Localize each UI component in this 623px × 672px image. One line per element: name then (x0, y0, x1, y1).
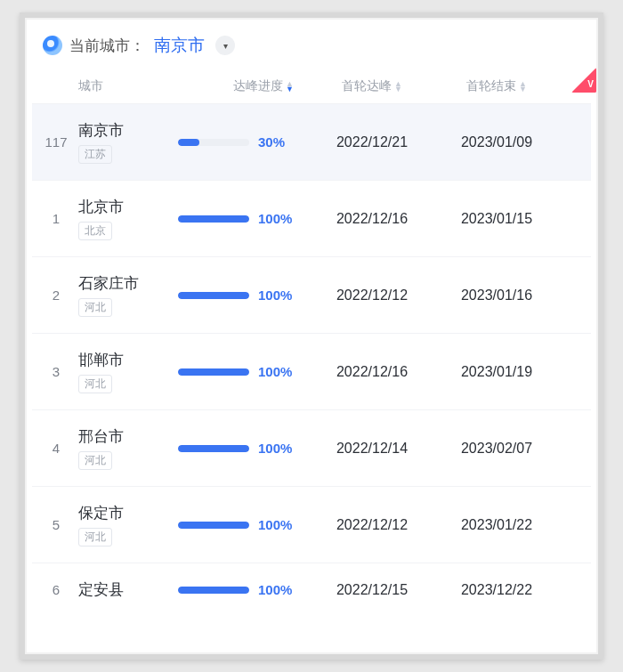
progress-bar (178, 292, 249, 299)
rank-cell: 6 (37, 582, 75, 597)
city-name: 北京市 (78, 197, 169, 217)
current-city-label: 当前城市： (69, 36, 145, 56)
end-date-cell: 2023/01/16 (434, 287, 559, 304)
progress-cell: 100% (169, 517, 310, 532)
end-date-cell: 2023/01/19 (434, 364, 559, 380)
sort-icon (519, 81, 527, 92)
city-name: 保定市 (78, 503, 169, 523)
province-tag: 河北 (78, 298, 112, 317)
province-tag: 江苏 (78, 145, 112, 164)
progress-bar-fill (178, 215, 249, 223)
table-row[interactable]: 2石家庄市河北100%2022/12/122023/01/16 (32, 256, 591, 333)
end-date-cell: 2023/12/22 (434, 582, 559, 598)
column-header-end[interactable]: 首轮结束 (434, 78, 559, 94)
peak-date-cell: 2022/12/21 (310, 134, 434, 150)
city-selector-header: 当前城市： 南京市 ▾ (32, 34, 591, 69)
city-name: 定安县 (78, 579, 169, 600)
rank-cell: 2 (37, 287, 75, 303)
progress-cell: 100% (169, 211, 310, 226)
table-row[interactable]: 117南京市江苏30%2022/12/212023/01/09 (32, 103, 591, 180)
table-row[interactable]: 6定安县100%2022/12/152023/12/22 (32, 563, 591, 616)
table-row[interactable]: 5保定市河北100%2022/12/122023/01/22 (32, 486, 591, 563)
city-cell: 邢台市河北 (75, 426, 169, 470)
table-row[interactable]: 4邢台市河北100%2022/12/142023/02/07 (32, 409, 591, 486)
progress-cell: 100% (169, 582, 310, 597)
app-logo-icon (43, 36, 62, 55)
city-name: 邢台市 (78, 426, 169, 447)
progress-percent: 100% (258, 211, 297, 226)
sort-icon (394, 81, 402, 92)
rank-cell: 1 (37, 211, 75, 226)
rank-cell: 117 (37, 134, 75, 150)
column-header-city[interactable]: 城市 (75, 78, 169, 94)
rank-cell: 5 (37, 517, 75, 532)
rank-cell: 4 (37, 441, 75, 456)
progress-bar (178, 215, 249, 223)
column-header-progress[interactable]: 达峰进度 (169, 78, 310, 94)
progress-percent: 100% (258, 582, 297, 597)
progress-bar-fill (178, 587, 249, 594)
peak-date-cell: 2022/12/12 (310, 287, 434, 304)
current-city-value[interactable]: 南京市 (154, 34, 205, 57)
city-cell: 北京市北京 (75, 197, 169, 240)
rank-cell: 3 (37, 364, 75, 379)
table-row[interactable]: 1北京市北京100%2022/12/162023/01/15 (32, 180, 591, 256)
peak-date-cell: 2022/12/12 (310, 517, 434, 533)
city-name: 石家庄市 (78, 273, 169, 294)
progress-percent: 100% (258, 287, 297, 303)
sort-icon (286, 81, 294, 92)
column-header-peak[interactable]: 首轮达峰 (310, 78, 434, 94)
progress-cell: 100% (169, 441, 310, 456)
column-header-city-label: 城市 (78, 78, 103, 94)
province-tag: 河北 (78, 375, 112, 393)
end-date-cell: 2023/01/09 (434, 134, 559, 150)
province-tag: 北京 (78, 222, 112, 240)
progress-bar-fill (178, 139, 199, 146)
column-header-peak-label: 首轮达峰 (342, 78, 392, 94)
progress-bar (178, 368, 249, 376)
city-name: 邯郸市 (78, 350, 169, 370)
column-header-end-label: 首轮结束 (466, 78, 516, 94)
end-date-cell: 2023/01/15 (434, 211, 559, 227)
progress-bar-fill (178, 292, 249, 299)
end-date-cell: 2023/01/22 (434, 517, 559, 533)
progress-bar (178, 587, 249, 594)
app-frame: 当前城市： 南京市 ▾ 城市 达峰进度 首轮达峰 首轮结束 (20, 12, 603, 660)
progress-percent: 100% (258, 517, 297, 532)
city-cell: 保定市河北 (75, 503, 169, 547)
progress-percent: 100% (258, 364, 297, 379)
progress-cell: 100% (169, 364, 310, 379)
province-tag: 河北 (78, 528, 112, 547)
city-cell: 石家庄市河北 (75, 273, 169, 317)
city-cell: 邯郸市河北 (75, 350, 169, 393)
city-cell: 南京市江苏 (75, 120, 169, 164)
table-row[interactable]: 3邯郸市河北100%2022/12/162023/01/19 (32, 333, 591, 409)
city-dropdown-button[interactable]: ▾ (215, 36, 235, 55)
city-name: 南京市 (78, 120, 169, 141)
progress-cell: 30% (169, 134, 310, 150)
peak-date-cell: 2022/12/14 (310, 441, 434, 457)
content-area: 当前城市： 南京市 ▾ 城市 达峰进度 首轮达峰 首轮结束 (25, 18, 598, 654)
city-cell: 定安县 (75, 579, 169, 600)
peak-date-cell: 2022/12/15 (310, 582, 434, 598)
table-header: 城市 达峰进度 首轮达峰 首轮结束 (32, 69, 591, 103)
progress-cell: 100% (169, 287, 310, 303)
progress-bar (178, 522, 249, 529)
column-header-progress-label: 达峰进度 (233, 78, 283, 94)
peak-date-cell: 2022/12/16 (310, 364, 434, 380)
progress-percent: 100% (258, 441, 297, 456)
province-tag: 河北 (78, 451, 112, 470)
chevron-down-icon: ▾ (223, 41, 228, 51)
end-date-cell: 2023/02/07 (434, 441, 559, 457)
corner-badge-icon[interactable] (571, 68, 596, 93)
progress-bar-fill (178, 445, 249, 452)
peak-date-cell: 2022/12/16 (310, 211, 434, 227)
progress-percent: 30% (258, 134, 297, 150)
progress-bar (178, 139, 249, 146)
progress-bar-fill (178, 522, 249, 529)
table-body: 117南京市江苏30%2022/12/212023/01/091北京市北京100… (32, 103, 591, 616)
progress-bar-fill (178, 368, 249, 376)
progress-bar (178, 445, 249, 452)
